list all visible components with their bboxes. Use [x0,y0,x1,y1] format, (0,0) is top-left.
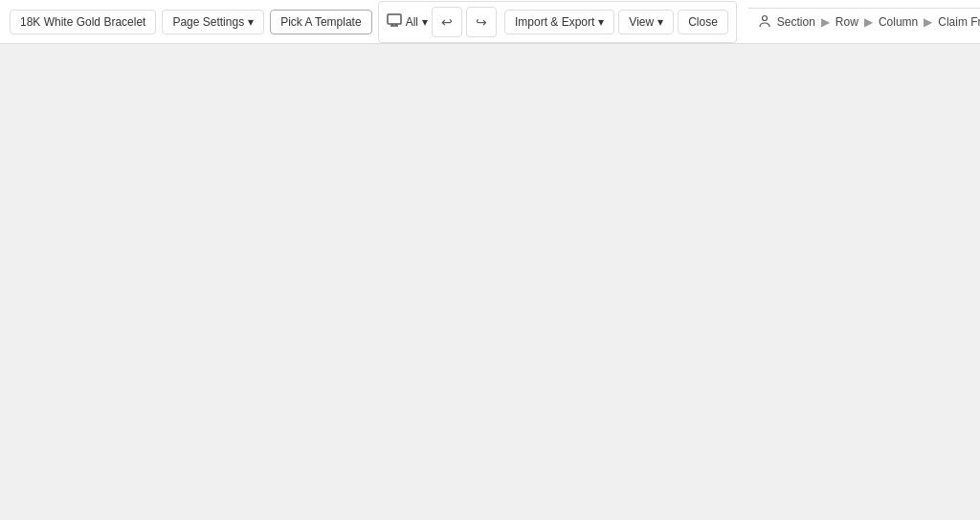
device-selector[interactable]: All ▾ ↩ ↪ Import & Export ▾ View ▾ Close [378,1,737,43]
undo-icon: ↩ [441,14,453,30]
pick-template-button[interactable]: Pick A Template [270,10,372,34]
breadcrumb: Section ▶ Row ▶ Column ▶ Claim Free [748,8,980,36]
page-settings-button[interactable]: Page Settings ▾ [162,10,264,34]
svg-rect-0 [388,14,401,24]
breadcrumb-column[interactable]: Column [879,15,918,29]
close-button[interactable]: Close [678,10,728,34]
chevron-down-icon: ▾ [598,15,604,29]
breadcrumb-section[interactable]: Section [777,15,815,29]
svg-point-46 [762,15,767,20]
view-button[interactable]: View ▾ [618,10,674,34]
toolbar: 18K White Gold Bracelet Page Settings ▾ … [0,0,980,44]
breadcrumb-claim-free[interactable]: Claim Free [938,15,980,29]
page-name-button[interactable]: 18K White Gold Bracelet [10,10,156,34]
chevron-down-icon: ▾ [657,15,663,29]
undo-button[interactable]: ↩ [432,7,462,37]
chevron-down-icon: ▾ [248,15,254,29]
breadcrumb-person-icon [758,14,771,31]
import-export-button[interactable]: Import & Export ▾ [504,10,614,34]
redo-icon: ↪ [476,14,487,30]
chevron-down-icon: ▾ [422,15,428,29]
redo-button[interactable]: ↪ [466,7,497,37]
breadcrumb-sep-2: ▶ [864,15,873,29]
breadcrumb-sep-3: ▶ [924,15,932,29]
monitor-icon [387,13,402,30]
breadcrumb-sep-1: ▶ [821,15,830,29]
breadcrumb-row[interactable]: Row [835,15,858,29]
